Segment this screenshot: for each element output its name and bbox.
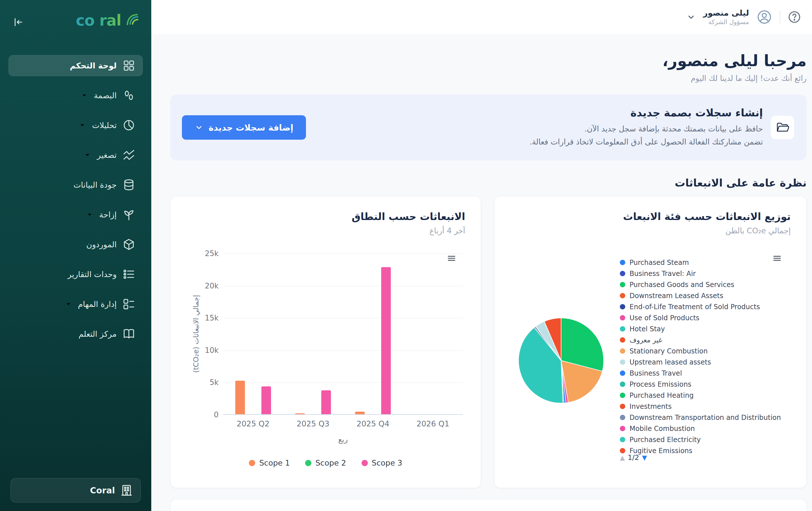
bar-scope-3-2025-q4[interactable]: [381, 267, 391, 414]
sidebar-item-footprint[interactable]: البصمة: [8, 85, 143, 106]
legend-item[interactable]: Purchased Goods and Services: [620, 279, 781, 290]
banner-line-2: تضمن مشاركتك الفعالة الحصول على أدق المع…: [314, 135, 763, 148]
legend-marker: [620, 260, 625, 265]
legend-label: Downstream Leased Assets: [630, 292, 723, 300]
legend-marker: [620, 348, 625, 354]
legend-label: Purchased Goods and Services: [630, 281, 734, 289]
avatar-icon[interactable]: [756, 9, 772, 25]
sidebar-item-label: إدارة المهام: [78, 300, 117, 309]
legend-item[interactable]: Mobile Combustion: [620, 423, 781, 434]
add-records-button[interactable]: إضافة سجلات جديدة: [182, 115, 306, 140]
legend-marker: [620, 404, 625, 409]
legend-item[interactable]: غير معروف: [620, 334, 781, 345]
suppliers-icon: [122, 238, 135, 251]
header-divider: [780, 10, 780, 24]
sidebar-item-label: تصغير: [97, 150, 117, 160]
x-axis-tick-label: 2026 Q1: [417, 419, 450, 428]
building-icon: [120, 484, 133, 497]
sidebar-item-reports[interactable]: وحدات التقارير: [8, 264, 143, 285]
user-menu-chevron-icon[interactable]: [686, 12, 696, 22]
legend-item[interactable]: Purchased Heating: [620, 390, 781, 401]
learning-icon: [122, 327, 135, 340]
user-menu[interactable]: ليلى منصور مسؤول الشركة: [703, 8, 749, 26]
legend-item-scope-1[interactable]: Scope 1: [249, 458, 290, 467]
legend-label: Mobile Combustion: [630, 425, 695, 433]
sidebar-item-label: الموردون: [86, 240, 117, 249]
y-axis-tick-label: 15k: [205, 314, 219, 322]
x-axis-tick-label: 2025 Q2: [237, 419, 270, 428]
legend-item-scope-2[interactable]: Scope 2: [305, 458, 346, 467]
legend-item[interactable]: Purchased Electricity: [620, 434, 781, 445]
next-section-card: [170, 499, 807, 511]
org-card[interactable]: Coral: [10, 478, 141, 503]
legend-marker: [620, 437, 625, 442]
bar-scope-3-2025-q3[interactable]: [321, 390, 331, 414]
legend-marker: [620, 315, 625, 320]
add-records-label: إضافة سجلات جديدة: [209, 123, 293, 133]
legend-marker: [620, 393, 625, 398]
legend-item-scope-3[interactable]: Scope 3: [361, 458, 402, 467]
bar-scope-1-2025-q2[interactable]: [235, 381, 245, 414]
folder-icon: [771, 116, 794, 139]
reports-icon: [122, 268, 135, 281]
legend-marker: [620, 415, 625, 420]
sidebar-item-label: البصمة: [94, 91, 117, 100]
legend-page-down-icon[interactable]: ▼: [642, 454, 647, 461]
sidebar-item-analytics[interactable]: تحليلات: [8, 115, 143, 136]
dashboard-icon: [122, 59, 135, 72]
bar-scope-1-2025-q3[interactable]: [295, 413, 305, 414]
legend-label: Scope 3: [372, 458, 402, 467]
sidebar-item-offset[interactable]: إزاحة: [8, 204, 143, 225]
sidebar-item-trend[interactable]: تصغير: [8, 144, 143, 166]
legend-item[interactable]: Process Emissions: [620, 379, 781, 390]
sidebar-collapse-button[interactable]: [12, 15, 26, 29]
sidebar-item-tasks[interactable]: إدارة المهام: [8, 293, 143, 315]
emissions-by-scope-card: الانبعاثات حسب النطاق آخر 4 أرباع إجمالي…: [170, 196, 481, 488]
legend-label: Business Travel: Air: [630, 270, 696, 278]
logo-wordmark: co2ral: [76, 12, 121, 29]
legend-item[interactable]: Business Travel: Air: [620, 268, 781, 279]
legend-page-up-icon[interactable]: ▲: [620, 454, 625, 461]
y-axis-tick-label: 10k: [205, 346, 219, 354]
legend-item[interactable]: Downstream Transportation and Distributi…: [620, 412, 781, 423]
chevron-down-icon: [80, 91, 88, 100]
sidebar-nav: لوحة التحكمالبصمةتحليلاتتصغيرجودة البيان…: [0, 55, 151, 344]
legend-marker: [620, 370, 625, 376]
footprint-icon: [122, 89, 135, 102]
legend-item[interactable]: Upstream leased assets: [620, 357, 781, 368]
sidebar-item-database[interactable]: جودة البيانات: [8, 174, 143, 195]
legend-item[interactable]: Investments: [620, 401, 781, 412]
legend-marker: [620, 360, 625, 365]
sidebar-item-learning[interactable]: مركز التعلم: [8, 323, 143, 344]
legend-label: Purchased Electricity: [630, 436, 701, 444]
sidebar-item-dashboard[interactable]: لوحة التحكم: [8, 55, 143, 76]
collapse-sidebar-icon: [12, 17, 24, 28]
sidebar-item-label: مركز التعلم: [79, 329, 117, 339]
bar-scope-3-2025-q2[interactable]: [261, 387, 271, 414]
y-axis-tick-label: 0: [214, 410, 219, 419]
chevron-down-icon: [86, 211, 94, 219]
section-title: نظرة عامة على الانبعاثات: [170, 177, 807, 189]
legend-label: End-of-Life Treatment of Sold Products: [630, 303, 760, 311]
legend-label: Investments: [630, 402, 671, 410]
legend-item[interactable]: Business Travel: [620, 368, 781, 379]
bar-scope-1-2025-q4[interactable]: [355, 411, 365, 414]
x-axis-tick-label: 2025 Q4: [356, 419, 389, 428]
legend-item[interactable]: Downstream Leased Assets: [620, 290, 781, 301]
legend-item[interactable]: End-of-Life Treatment of Sold Products: [620, 301, 781, 312]
logo-co2-subscript: 2: [94, 22, 99, 30]
sidebar-item-label: جودة البيانات: [74, 180, 117, 190]
legend-label: Downstream Transportation and Distributi…: [630, 414, 781, 422]
sidebar-item-suppliers[interactable]: الموردون: [8, 234, 143, 255]
legend-item[interactable]: Purchased Steam: [620, 257, 781, 268]
legend-page-indicator: 1/2: [628, 453, 639, 462]
chart-title: الانبعاثات حسب النطاق: [352, 211, 465, 222]
pie-chart-legend: Purchased SteamBusiness Travel: AirPurch…: [620, 257, 781, 456]
legend-item[interactable]: Hotel Stay: [620, 323, 781, 334]
y-axis-title: إجمالي الانبعاثات (tCO₂e): [192, 295, 200, 373]
banner-title: إنشاء سجلات بصمة جديدة: [314, 107, 763, 119]
help-icon[interactable]: [788, 10, 801, 24]
chevron-down-icon: [195, 123, 203, 132]
legend-item[interactable]: Stationary Combustion: [620, 345, 781, 357]
legend-item[interactable]: Use of Sold Products: [620, 312, 781, 323]
